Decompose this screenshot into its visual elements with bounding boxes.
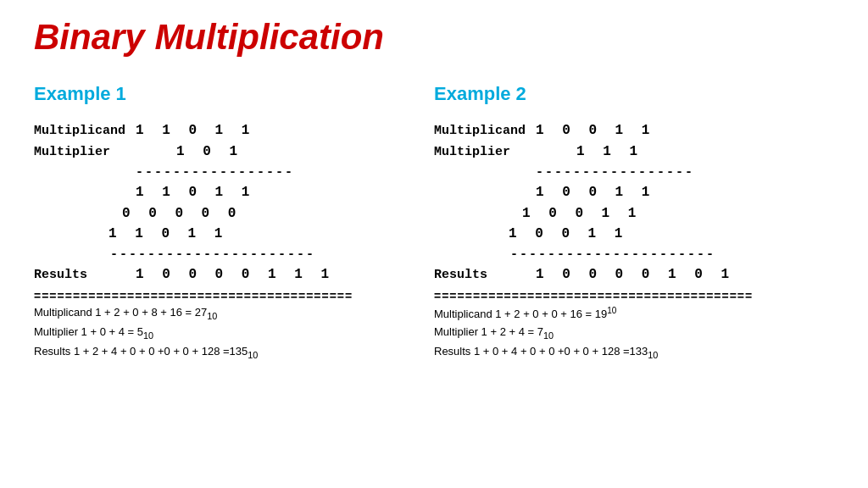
ex2-sum-results: Results 1 + 0 + 4 + 0 + 0 +0 + 0 + 128 =… <box>434 343 826 363</box>
ex2-sep2: ---------------------- <box>510 245 826 264</box>
ex2-sum-multiplier: Multiplier 1 + 2 + 4 = 710 <box>434 324 826 343</box>
example2-title: Example 2 <box>434 83 826 105</box>
ex1-sum-multiplicand: Multiplicand 1 + 2 + 0 + 8 + 16 = 2710 <box>34 304 426 324</box>
ex2-multiplier-value: 1 1 1 <box>576 141 643 163</box>
ex2-multiplicand-row: Multiplicand 1 0 0 1 1 <box>434 120 826 141</box>
examples-container: Example 1 Multiplicand 1 1 0 1 1 Multipl… <box>34 83 834 363</box>
ex2-multiplier-row: Multiplier 1 1 1 <box>434 141 826 163</box>
ex1-partial1: 1 1 0 1 1 <box>136 182 426 203</box>
ex2-summary: Multiplicand 1 + 2 + 0 + 0 + 16 = 1910 M… <box>434 304 826 363</box>
ex2-multiplicand-label: Multiplicand <box>434 121 536 141</box>
ex2-results-row: Results 1 0 0 0 0 1 0 1 <box>434 264 826 286</box>
ex2-partial1: 1 0 0 1 1 <box>536 182 826 203</box>
ex2-partial2: 1 0 0 1 1 <box>522 203 826 225</box>
page: Binary Multiplication Example 1 Multipli… <box>0 0 868 380</box>
ex1-sum-results: Results 1 + 2 + 4 + 0 + 0 +0 + 0 + 128 =… <box>34 343 426 363</box>
main-title: Binary Multiplication <box>34 17 834 58</box>
example1: Example 1 Multiplicand 1 1 0 1 1 Multipl… <box>34 83 434 363</box>
ex2-results-value: 1 0 0 0 0 1 0 1 <box>536 264 734 286</box>
ex2-equals: ========================================… <box>434 289 826 302</box>
ex1-multiplicand-row: Multiplicand 1 1 0 1 1 <box>34 120 426 141</box>
ex2-multiplicand-value: 1 0 0 1 1 <box>536 120 654 141</box>
ex1-multiplier-row: Multiplier 1 0 1 <box>34 141 426 163</box>
example1-calc: Multiplicand 1 1 0 1 1 Multiplier 1 0 1 … <box>34 120 426 286</box>
ex2-sum-multiplicand: Multiplicand 1 + 2 + 0 + 0 + 16 = 1910 <box>434 304 826 324</box>
ex1-results-row: Results 1 0 0 0 0 1 1 1 <box>34 264 426 286</box>
example2: Example 2 Multiplicand 1 0 0 1 1 Multipl… <box>434 83 834 363</box>
ex1-sep1: ----------------- <box>136 163 426 182</box>
ex2-sep1: ----------------- <box>536 163 826 182</box>
ex1-summary: Multiplicand 1 + 2 + 0 + 8 + 16 = 2710 M… <box>34 304 426 363</box>
example1-title: Example 1 <box>34 83 426 105</box>
ex2-results-label: Results <box>434 265 510 285</box>
ex1-sep2: ---------------------- <box>110 245 426 264</box>
ex1-multiplicand-value: 1 1 0 1 1 <box>136 120 254 141</box>
ex2-partial3: 1 0 0 1 1 <box>509 224 826 245</box>
ex1-equals: ========================================… <box>34 289 426 302</box>
ex1-partial2: 0 0 0 0 0 <box>122 203 426 225</box>
ex1-results-value: 1 0 0 0 0 1 1 1 <box>136 264 334 286</box>
ex1-multiplier-label: Multiplier <box>34 142 136 162</box>
ex1-multiplicand-label: Multiplicand <box>34 121 136 141</box>
ex1-multiplier-value: 1 0 1 <box>176 141 242 163</box>
ex1-sum-multiplier: Multiplier 1 + 0 + 4 = 510 <box>34 324 426 343</box>
example2-calc: Multiplicand 1 0 0 1 1 Multiplier 1 1 1 … <box>434 120 826 286</box>
ex1-results-label: Results <box>34 265 110 285</box>
ex2-multiplier-label: Multiplier <box>434 142 536 162</box>
ex1-partial3: 1 1 0 1 1 <box>108 224 426 245</box>
